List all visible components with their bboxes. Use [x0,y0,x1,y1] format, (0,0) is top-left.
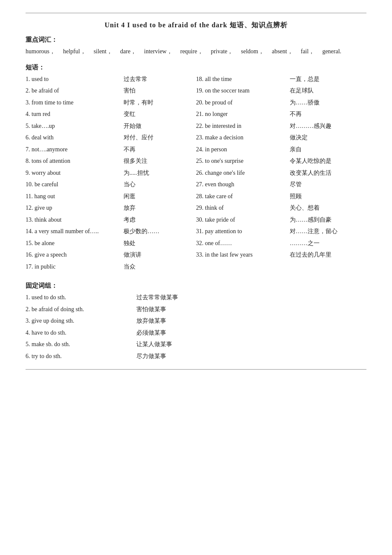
phrase-chinese: 改变某人的生活 [285,168,331,179]
phrase-item: 7. not….anymore不再 [26,145,196,155]
phrase-chinese: 当众 [124,262,135,272]
vocab-word: fail， [301,46,315,57]
phrase-chinese: 对………感兴趣 [285,121,331,132]
fixed-section: 固定词组： 1. used to do sth.过去常常做某事2. be afr… [26,282,366,361]
vocab-word: require， [180,46,203,57]
phrases-header: 短语： [26,64,366,72]
phrase-english: 12. give up [26,203,124,214]
phrase-english: 2. be afraid of [26,86,124,96]
vocab-word: helpful， [63,46,86,57]
phrase-chinese: 当心 [124,179,135,190]
phrase-english: 17. in public [26,262,124,272]
page-title: Unit 4 I used to be afraid of the dark 短… [26,21,366,30]
phrase-chinese: 在过去的几年里 [285,250,331,260]
phrase-english: 15. be alone [26,238,124,249]
phrase-item: 5. take….up开始做 [26,121,196,132]
phrase-item: 31. pay attention to 对……注意，留心 [196,226,366,237]
right-col: 18. all the time一直，总是19. on the soccer t… [196,74,366,274]
phrase-chinese: 在足球队 [285,86,314,96]
phrase-chinese: 不再 [124,145,135,155]
fixed-phrase-english: 2. be afraid of doing sth. [26,304,136,315]
phrase-english: 24. in person [196,145,285,155]
phrase-chinese: 害怕 [124,86,135,96]
phrase-item: 25. to one's surprise令某人吃惊的是 [196,156,366,167]
phrase-chinese: 照顾 [285,191,302,202]
fixed-phrase-chinese: 过去常常做某事 [136,292,178,303]
phrase-chinese: 放弃 [124,203,135,214]
phrase-english: 7. not….anymore [26,145,124,155]
phrase-item: 23. make a decision 做决定 [196,133,366,143]
phrase-chinese: 为……骄傲 [285,98,320,108]
phrase-item: 19. on the soccer team在足球队 [196,86,366,96]
vocab-word: seldom， [241,46,264,57]
phrase-item: 4. turn red变红 [26,109,196,120]
phrase-chinese: 独处 [124,238,135,249]
phrase-item: 33. in the last few years在过去的几年里 [196,250,366,260]
phrase-item: 30. take pride of为……感到自豪 [196,215,366,225]
vocab-word: silent， [94,46,112,57]
phrase-chinese: 为.....担忧 [124,168,149,179]
phrase-english: 31. pay attention to [196,226,285,237]
phrase-item: 10. be careful当心 [26,179,196,190]
phrase-chinese: 闲逛 [124,191,135,202]
phrase-chinese: 极少数的…… [124,226,159,237]
fixed-phrase-chinese: 让某人做某事 [136,339,172,350]
phrase-item: 1. used to过去常常 [26,74,196,85]
phrase-chinese: 对……注意，留心 [285,226,337,237]
phrase-english: 22. be interested in [196,121,285,132]
phrase-item: 20. be proud of为……骄傲 [196,98,366,108]
phrase-chinese: 变红 [124,109,135,120]
phrase-item: 15. be alone独处 [26,238,196,249]
phrase-item: 18. all the time一直，总是 [196,74,366,85]
phrase-english: 4. turn red [26,109,124,120]
phrase-chinese: 对付、应付 [124,133,153,143]
phrase-item: 26. change one's life改变某人的生活 [196,168,366,179]
fixed-phrase-item: 6. try to do sth.尽力做某事 [26,351,366,362]
fixed-phrase-chinese: 放弃做某事 [136,316,166,327]
vocab-word: private， [211,46,233,57]
phrase-item: 21. no longer 不再 [196,109,366,120]
phrases-section: 短语： 1. used to过去常常2. be afraid of害怕3. fr… [26,64,366,274]
fixed-phrase-english: 4. have to do sth. [26,328,136,338]
phrase-english: 9. worry about [26,168,124,179]
fixed-phrase-english: 1. used to do sth. [26,292,136,303]
phrase-columns: 1. used to过去常常2. be afraid of害怕3. from t… [26,74,366,274]
phrase-chinese: 亲自 [285,145,302,155]
phrase-item: 27. even though尽管 [196,179,366,190]
phrase-item: 14. a very small number of…..极少数的…… [26,226,196,237]
fixed-phrase-english: 3. give up doing sth. [26,316,136,327]
phrase-chinese: 尽管 [285,179,302,190]
top-divider [26,13,366,13]
phrase-chinese: 开始做 [124,121,141,132]
phrase-item: 24. in person亲自 [196,145,366,155]
fixed-phrase-chinese: 害怕做某事 [136,304,166,315]
fixed-list: 1. used to do sth.过去常常做某事2. be afraid of… [26,292,366,361]
left-col: 1. used to过去常常2. be afraid of害怕3. from t… [26,74,196,274]
phrase-chinese: 不再 [285,109,302,120]
fixed-phrase-chinese: 尽力做某事 [136,351,166,362]
phrase-english: 8. tons of attention [26,156,124,167]
phrase-item: 6. deal with对付、应付 [26,133,196,143]
phrase-item: 32. one of……………之一 [196,238,366,249]
phrase-item: 2. be afraid of害怕 [26,86,196,96]
vocab-word: dare， [120,46,136,57]
phrase-english: 1. used to [26,74,124,85]
fixed-phrase-item: 3. give up doing sth. 放弃做某事 [26,316,366,327]
phrase-english: 30. take pride of [196,215,285,225]
fixed-phrase-item: 4. have to do sth.必须做某事 [26,328,366,338]
phrase-english: 29. think of [196,203,285,214]
phrase-item: 29. think of关心、想着 [196,203,366,214]
phrase-chinese: 时常，有时 [124,98,153,108]
phrase-chinese: 关心、想着 [285,203,320,214]
phrase-item: 3. from time to time时常，有时 [26,98,196,108]
phrase-item: 12. give up放弃 [26,203,196,214]
phrase-english: 19. on the soccer team [196,86,285,96]
phrase-chinese: 令某人吃惊的是 [285,156,331,167]
phrase-chinese: ………之一 [285,238,320,249]
phrase-english: 23. make a decision [196,133,285,143]
phrase-english: 32. one of…… [196,238,285,249]
phrase-english: 26. change one's life [196,168,285,179]
phrase-chinese: 过去常常 [124,74,147,85]
phrase-english: 5. take….up [26,121,124,132]
vocab-word: general. [322,46,341,57]
